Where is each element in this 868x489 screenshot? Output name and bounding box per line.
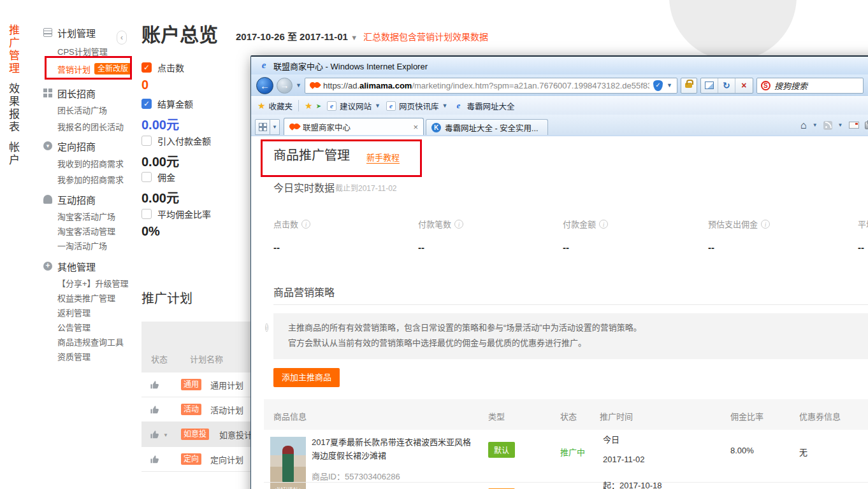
sidebar-item-qualification-management[interactable]: 资质管理 (57, 350, 90, 362)
info-icon[interactable]: i (454, 220, 463, 229)
sidebar-group-label: 团长招商 (57, 87, 96, 100)
metric-avg-rate-checkbox-row[interactable]: 平均佣金比率 (141, 208, 211, 220)
sidebar-item-etao-plaza[interactable]: 一淘活动广场 (57, 239, 107, 252)
metric-settlement-checkbox-row[interactable]: ✓ 结算金额 (141, 97, 193, 110)
read-mail-icon[interactable] (849, 122, 859, 129)
feed-dropdown-icon[interactable]: ▼ (838, 122, 843, 128)
sidebar-group-leader-investment[interactable]: 团长招商 (43, 86, 96, 100)
thumb-up-icon[interactable] (150, 455, 159, 464)
sidebar-item-announcement-management[interactable]: 公告管理 (57, 320, 90, 333)
search-box[interactable]: S 搜狗搜索 (756, 78, 864, 94)
forward-button[interactable]: → (277, 78, 293, 94)
grid-icon (43, 89, 52, 97)
sidebar-item-rights-promotion[interactable]: 权益类推广管理 (57, 291, 115, 304)
checkbox-checked-icon[interactable]: ✓ (141, 62, 152, 73)
info-icon[interactable]: i (761, 220, 770, 229)
add-main-product-button[interactable]: 添加主推商品 (273, 368, 340, 387)
sidebar-item-rebate-management[interactable]: 返利管理 (57, 306, 90, 318)
tab-close-icon[interactable]: × (413, 122, 418, 132)
favorites-link-duba-sites[interactable]: e 毒霸网址大全 (453, 100, 514, 112)
today-metric-payment-value: -- (563, 242, 569, 253)
refresh-button[interactable]: ↻ (718, 78, 735, 93)
favorites-link-suggested-sites[interactable]: e 建议网站 ▼ (327, 100, 380, 112)
history-dropdown-icon[interactable]: ▼ (296, 82, 301, 89)
plan-name[interactable]: 定向计划 (210, 453, 243, 465)
product-image[interactable]: -NATURAL- (270, 437, 306, 489)
thumb-up-icon[interactable] (150, 380, 159, 390)
sidebar-item-label: 返利管理 (57, 306, 90, 318)
info-icon[interactable]: i (599, 220, 608, 229)
checkbox-checked-icon[interactable]: ✓ (141, 99, 152, 109)
home-dropdown-icon[interactable]: ▼ (813, 122, 818, 128)
quick-tabs-button[interactable] (255, 119, 270, 135)
sidebar-item-leader-activity-plaza[interactable]: 团长活动广场 (57, 103, 117, 116)
sidebar-item-taobaoke-plaza[interactable]: 淘宝客活动广场 (57, 209, 115, 222)
sidebar-item-label: 公告管理 (57, 321, 90, 333)
rail-item-account[interactable]: 帐户 (5, 141, 21, 167)
sidebar-item-cps-plan[interactable]: CPS计划管理 (57, 45, 108, 57)
sidebar-group-plan-management[interactable]: 计划管理 (43, 25, 96, 39)
address-dropdown-icon[interactable]: ▼ (667, 82, 672, 89)
plan-name[interactable]: 通用计划 (210, 379, 243, 391)
metric-payment-value: 0.00元 (141, 152, 179, 170)
promo-time-line1: 起：2017-10-18 (603, 479, 662, 489)
thumb-up-icon[interactable] (150, 430, 159, 439)
rss-feed-icon[interactable] (823, 121, 832, 130)
metric-clicks-checkbox-row[interactable]: ✓ 点击数 (141, 61, 184, 74)
sidebar-group-targeted-investment[interactable]: ▾ 定向招商 (43, 139, 96, 153)
metric-commission-checkbox-row[interactable]: 佣金 (141, 171, 175, 183)
favorites-link-webslices[interactable]: e 网页快讯库 ▼ (386, 100, 447, 112)
today-metric-payment: 付款金额i (563, 218, 608, 230)
sidebar-group-label: 其他管理 (57, 260, 96, 273)
command-bar: ⌂ ▼ ▼ ▼ 页面 (800, 119, 868, 131)
info-icon[interactable]: i (301, 220, 310, 229)
sidebar-item-marketing-plan[interactable]: 营销计划 全新改版 (57, 62, 131, 75)
back-button[interactable]: ← (256, 77, 273, 94)
tab-duba-sites[interactable]: K 毒霸网址大全 - 安全实用... (426, 119, 548, 135)
tutorial-link[interactable]: 新手教程 (366, 151, 400, 164)
home-icon[interactable]: ⌂ (800, 120, 807, 131)
people-icon (43, 195, 52, 204)
sidebar-item-received-demands[interactable]: 我收到的招商需求 (57, 157, 124, 169)
sidebar-item-violation-query-tool[interactable]: 商品违规查询工具 (57, 335, 124, 348)
plan-name[interactable]: 活动计划 (210, 404, 243, 416)
today-metric-commission: 预估支出佣金i (708, 218, 770, 230)
rail-item-effect-report[interactable]: 效果报表 (5, 83, 21, 134)
stop-button[interactable]: × (735, 78, 753, 93)
print-icon[interactable] (865, 122, 868, 129)
alimama-favicon (289, 124, 299, 130)
column-header-plan-name: 计划名称 (190, 353, 223, 365)
sidebar-collapse-button[interactable]: ‹ (117, 31, 127, 45)
checkbox-unchecked-icon[interactable] (141, 209, 152, 219)
product-image-caption: -NATURAL- (270, 486, 306, 489)
sidebar-group-other-management[interactable]: + 其他管理 (43, 259, 96, 273)
security-shield-icon[interactable]: ✓ (653, 80, 663, 91)
compatibility-view-button[interactable] (701, 78, 718, 93)
tab-union-merchant-center[interactable]: 联盟商家中心 × (284, 118, 424, 135)
star-icon: ★ (257, 101, 266, 111)
window-titlebar[interactable]: e 联盟商家中心 - Windows Internet Explorer (251, 57, 868, 74)
sidebar-item-joined-demands[interactable]: 我参加的招商需求 (57, 173, 124, 185)
sidebar-group-interactive-investment[interactable]: 互动招商 (43, 192, 96, 206)
sidebar-item-taobaoke-management[interactable]: 淘宝客活动管理 (57, 224, 115, 237)
browser-navbar: ← → ▼ https://ad.alimama.com/marketing/i… (251, 74, 868, 96)
metric-payment-checkbox-row[interactable]: 引入付款金额 (141, 134, 211, 147)
favorites-button[interactable]: ★ 收藏夹 (257, 100, 293, 112)
checkbox-unchecked-icon[interactable] (141, 172, 152, 182)
tab-list-dropdown[interactable]: ▼ (270, 119, 280, 135)
ssl-lock-button[interactable] (681, 78, 697, 94)
product-title[interactable]: 2017夏季最新长款吊带连衣裙波西米亚风格海边度假长裙沙滩裙 (312, 436, 472, 462)
address-bar[interactable]: https://ad.alimama.com/marketing/index.h… (305, 78, 677, 94)
type-badge-default: 默认 (488, 442, 515, 458)
checkbox-unchecked-icon[interactable] (141, 136, 152, 146)
add-favorite-button[interactable]: ★➤ (305, 101, 321, 111)
promo-time-line2: 2017-11-02 (603, 455, 645, 464)
chevron-down-icon[interactable]: ▼ (163, 432, 168, 438)
sidebar-item-my-leader-activities[interactable]: 我报名的团长活动 (57, 120, 124, 132)
date-range-selector[interactable]: 2017-10-26 至 2017-11-01 ▼ (236, 29, 358, 43)
thumb-up-icon[interactable] (150, 405, 159, 415)
sidebar-item-share-upgrade[interactable]: 【分享+】升级管理 (57, 276, 129, 289)
plan-type-badge: 定向 (181, 453, 201, 465)
plans-section-title: 推广计划 (141, 288, 192, 307)
rail-item-promotion-management[interactable]: 推广管理 (5, 24, 21, 75)
